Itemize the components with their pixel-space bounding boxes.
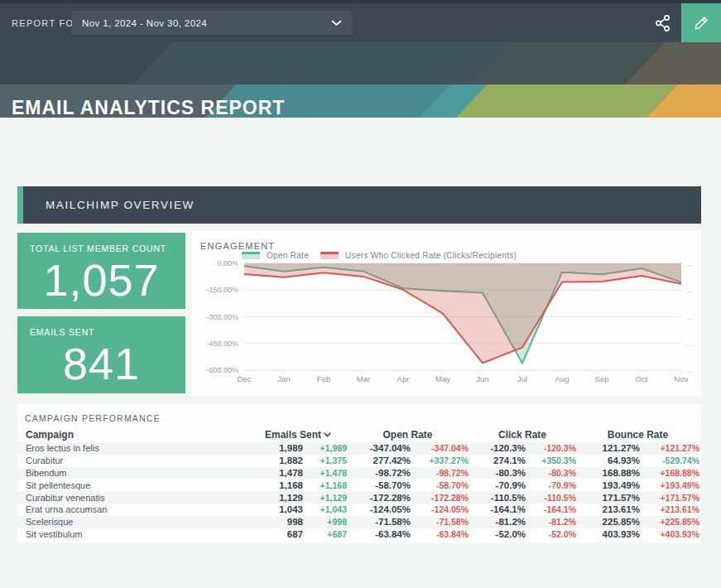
column-header-emails-sent[interactable]: Emails Sent <box>249 429 347 441</box>
table-row[interactable]: Sit vestibulum687+687-63.84%-63.84%-52.0… <box>17 528 701 541</box>
metric-delta: -81.2% <box>526 517 576 527</box>
metric-value: -124.05% <box>347 504 411 514</box>
y-axis-tick-label: -450.00% <box>206 340 238 348</box>
page-title: EMAIL ANALYTICS REPORT <box>12 97 285 118</box>
metric-delta: -70.9% <box>526 480 576 490</box>
metric-value: 64.93% <box>576 455 640 465</box>
campaign-name: Bibendum <box>26 468 249 478</box>
kpi-value: 841 <box>17 338 185 389</box>
kpi-label: EMAILS SENT <box>17 316 185 337</box>
metric-value: -58.70% <box>347 480 411 490</box>
metric-delta: -110.5% <box>526 493 576 503</box>
table-row[interactable]: Scelerisque998+998-71.58%-71.58%-81.2%-8… <box>17 516 701 528</box>
metric-value: 998 <box>249 517 303 527</box>
metric-value: 403.93% <box>576 529 640 539</box>
metric-delta: -124.05% <box>411 504 469 514</box>
metric-delta: +403.93% <box>640 529 699 539</box>
metric-value: 687 <box>249 529 303 539</box>
campaign-performance-panel: CAMPAIGN PERFORMANCE CampaignEmails Sent… <box>17 404 701 543</box>
x-axis-tick-label: Oct <box>636 374 648 383</box>
kpi-card-total-list-member-count: TOTAL LIST MEMBER COUNT 1,057 <box>17 233 185 309</box>
metric-delta: -63.84% <box>411 529 469 539</box>
topbar: REPORT FOR Nov 1, 2024 - Nov 30, 2024 <box>0 3 721 42</box>
column-header-bounce-rate: Bounce Rate <box>576 429 699 441</box>
metric-delta: +350.3% <box>526 455 576 465</box>
table-header-row: CampaignEmails SentOpen RateClick RateBo… <box>17 427 701 442</box>
x-axis-tick-label: Jan <box>277 374 290 383</box>
table-row[interactable]: Erat urna accumsan1,043+1,043-124.05%-12… <box>17 504 701 516</box>
metric-delta: +193.49% <box>640 480 699 490</box>
kpi-label: TOTAL LIST MEMBER COUNT <box>17 233 185 253</box>
campaign-name: Eros lectus in felis <box>26 443 249 453</box>
metric-delta: -71.58% <box>411 517 469 527</box>
metric-value: 193.49% <box>576 480 640 490</box>
x-axis-tick-label: Apr <box>397 374 410 383</box>
kpi-value: 1,057 <box>17 254 185 306</box>
banner-shape <box>132 42 507 84</box>
section-title: MAILCHIMP OVERVIEW <box>46 199 195 211</box>
metric-delta: -52.0% <box>526 529 576 539</box>
x-axis-tick-label: Jul <box>517 374 527 383</box>
campaign-name: Curabitur <box>26 455 249 465</box>
metric-value: 274.1% <box>469 455 526 465</box>
campaign-name: Sit vestibulum <box>26 529 249 539</box>
chevron-down-icon <box>331 20 342 27</box>
metric-delta: +1,989 <box>303 443 347 453</box>
x-axis-tick-label: May <box>435 374 450 383</box>
y-axis-tick-label: -600.00% <box>206 366 238 374</box>
column-header-label: Bounce Rate <box>608 429 668 441</box>
metric-delta: -80.3% <box>526 468 576 478</box>
engagement-chart: 0.00%...-150.00%...-300.00%...-450.00%..… <box>192 230 701 396</box>
campaign-name: Sit pellentesque <box>26 480 249 490</box>
kpi-card-emails-sent: EMAILS SENT 841 <box>17 316 185 393</box>
metric-delta: +1,129 <box>303 493 347 503</box>
metric-value: 1,478 <box>249 468 303 478</box>
column-header-click-rate: Click Rate <box>469 429 576 441</box>
table-row[interactable]: Eros lectus in felis1,989+1,989-347.04%-… <box>17 442 701 455</box>
y-axis-tick-label: -150.00% <box>206 286 238 294</box>
table-row[interactable]: Bibendum1,478+1,478-98.72%-98.72%-80.3%-… <box>17 467 701 480</box>
x-axis-tick-label: Sep <box>595 374 609 383</box>
metric-value: -347.04% <box>347 443 411 453</box>
x-axis-tick-label: Aug <box>555 374 570 383</box>
email-analytics-report-page: REPORT FOR Nov 1, 2024 - Nov 30, 2024 <box>0 0 721 588</box>
table-row[interactable]: Curabitur venenatis1,129+1,129-172.28%-1… <box>17 491 701 504</box>
x-axis-tick-label: Mar <box>357 374 370 383</box>
metric-value: 121.27% <box>576 443 640 453</box>
metric-value: 213.61% <box>576 504 640 514</box>
metric-delta: +337.27% <box>411 455 469 465</box>
right-axis-truncated-label: ... <box>686 340 692 348</box>
banner-shape <box>456 84 677 118</box>
column-header-label: Campaign <box>26 429 74 441</box>
metric-delta: +171.57% <box>640 493 699 503</box>
metric-delta: -120.3% <box>526 443 576 453</box>
metric-delta: -529.74% <box>640 455 699 465</box>
table-row[interactable]: Curabitur1,882+1,375277.42%+337.27%274.1… <box>17 455 701 467</box>
metric-delta: -172.28% <box>411 493 469 503</box>
column-header-open-rate: Open Rate <box>347 429 469 441</box>
metric-delta: +998 <box>303 517 347 527</box>
topbar-actions <box>645 3 721 42</box>
x-axis-tick-label: Dec <box>238 374 252 383</box>
metric-value: -70.9% <box>469 480 526 490</box>
metric-value: 171.57% <box>576 493 640 503</box>
metric-value: -98.72% <box>347 468 411 478</box>
table-row[interactable]: Sit pellentesque1,168+1,168-58.70%-58.70… <box>17 479 701 491</box>
metric-delta: +687 <box>303 529 347 539</box>
x-axis-tick-label: Feb <box>317 374 330 383</box>
campaign-name: Curabitur venenatis <box>26 493 249 503</box>
metric-delta: -347.04% <box>411 443 469 453</box>
edit-report-button[interactable] <box>681 3 721 42</box>
column-header-campaign: Campaign <box>26 429 249 441</box>
metric-delta: +225.85% <box>640 517 699 527</box>
metric-value: 1,043 <box>249 504 303 514</box>
section-header-mailchimp-overview: MAILCHIMP OVERVIEW <box>17 186 701 224</box>
campaign-name: Erat urna accumsan <box>26 504 249 514</box>
metric-value: -80.3% <box>469 468 526 478</box>
column-header-label: Click Rate <box>498 429 546 441</box>
metric-value: -63.84% <box>347 529 411 539</box>
date-range-dropdown[interactable]: Nov 1, 2024 - Nov 30, 2024 <box>72 11 352 35</box>
campaign-name: Scelerisque <box>26 517 249 527</box>
clicked-rate-area <box>244 263 681 363</box>
share-button[interactable] <box>645 3 681 42</box>
